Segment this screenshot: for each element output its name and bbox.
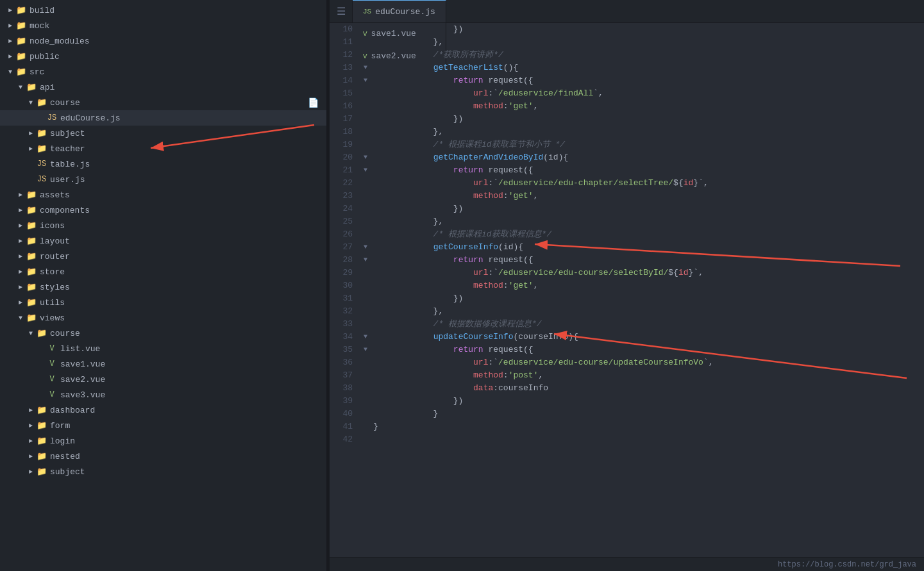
tree-arrow-public[interactable]: ► bbox=[5, 53, 15, 60]
tab-icon-eduCourse.js: JS bbox=[363, 8, 371, 15]
tree-arrow-api[interactable]: ▼ bbox=[15, 84, 26, 91]
tree-label-subject2: subject bbox=[50, 467, 85, 477]
sidebar-item-nested[interactable]: ►📁nested bbox=[0, 449, 326, 464]
sidebar-item-layout[interactable]: ►📁layout bbox=[0, 233, 326, 249]
tree-label-src: src bbox=[29, 67, 44, 77]
tree-arrow-styles[interactable]: ► bbox=[15, 284, 26, 291]
sidebar-item-form[interactable]: ►📁form bbox=[0, 418, 326, 433]
tree-arrow-icons[interactable]: ► bbox=[15, 222, 26, 229]
fold-icon-21[interactable]: ▼ bbox=[360, 164, 371, 177]
tree-arrow-assets[interactable]: ► bbox=[15, 192, 26, 199]
sidebar-item-api[interactable]: ▼📁api bbox=[0, 79, 326, 95]
fold-icon-20[interactable]: ▼ bbox=[360, 151, 371, 164]
hamburger-icon[interactable]: ☰ bbox=[330, 0, 353, 22]
tree-arrow-store[interactable]: ► bbox=[15, 269, 26, 276]
sidebar-item-public[interactable]: ►📁public bbox=[0, 49, 326, 64]
line-number-28: 28 bbox=[330, 254, 360, 267]
sidebar-item-src[interactable]: ▼📁src bbox=[0, 64, 326, 79]
folder-icon-api: 📁 bbox=[26, 82, 37, 92]
sidebar-item-save3[interactable]: Vsave3.vue bbox=[0, 387, 326, 402]
tree-label-store: store bbox=[40, 267, 65, 277]
tree-arrow-dashboard[interactable]: ► bbox=[26, 407, 36, 414]
sidebar-item-teacher[interactable]: ►📁teacher bbox=[0, 141, 326, 156]
status-bar: https://blog.csdn.net/grd_java bbox=[330, 557, 924, 571]
sidebar-item-table[interactable]: JStable.js bbox=[0, 156, 326, 172]
tree-arrow-subject2[interactable]: ► bbox=[26, 468, 36, 476]
tree-label-views: views bbox=[40, 313, 65, 323]
fold-icon-13[interactable]: ▼ bbox=[360, 62, 371, 74]
line-number-23: 23 bbox=[330, 190, 360, 203]
fold-icon-14[interactable]: ▼ bbox=[360, 74, 371, 87]
sidebar-item-views[interactable]: ▼📁views bbox=[0, 310, 326, 326]
sidebar-item-dashboard[interactable]: ►📁dashboard bbox=[0, 402, 326, 418]
sidebar-item-utils[interactable]: ►📁utils bbox=[0, 295, 326, 310]
tree-arrow-login[interactable]: ► bbox=[26, 438, 36, 445]
line-number-39: 39 bbox=[330, 395, 360, 408]
folder-icon-public: 📁 bbox=[15, 51, 27, 62]
code-line-39: 39 }) bbox=[330, 395, 924, 408]
tree-arrow-node_modules[interactable]: ► bbox=[5, 38, 15, 45]
tree-arrow-teacher[interactable]: ► bbox=[26, 145, 36, 153]
tree-arrow-layout[interactable]: ► bbox=[15, 238, 26, 245]
tree-arrow-views[interactable]: ▼ bbox=[15, 315, 26, 322]
js-file-icon-eduCourse: JS bbox=[46, 113, 58, 122]
tree-arrow-utils[interactable]: ► bbox=[15, 299, 26, 306]
folder-icon-build: 📁 bbox=[15, 5, 27, 15]
code-line-21: 21▼ return request({ bbox=[330, 164, 924, 177]
tree-arrow-course[interactable]: ▼ bbox=[26, 99, 36, 106]
sidebar-item-eduCourse[interactable]: JSeduCourse.js bbox=[0, 110, 326, 126]
tree-label-utils: utils bbox=[40, 298, 65, 308]
sidebar-item-login[interactable]: ►📁login bbox=[0, 433, 326, 449]
code-editor[interactable]: 10 })11 },12 /*获取所有讲师*/13▼ getTeacherLis… bbox=[330, 23, 924, 557]
sidebar-item-router[interactable]: ►📁router bbox=[0, 249, 326, 264]
sidebar-item-components[interactable]: ►📁components bbox=[0, 203, 326, 218]
code-content-38: data:courseInfo bbox=[371, 382, 548, 395]
sidebar-item-icons[interactable]: ►📁icons bbox=[0, 218, 326, 233]
sidebar-item-node_modules[interactable]: ►📁node_modules bbox=[0, 33, 326, 49]
vue-file-icon-list: V bbox=[46, 344, 58, 353]
folder-icon-store: 📁 bbox=[26, 267, 37, 277]
sidebar-item-save1[interactable]: Vsave1.vue bbox=[0, 356, 326, 372]
tree-arrow-course2[interactable]: ▼ bbox=[26, 330, 36, 337]
line-number-35: 35 bbox=[330, 343, 360, 356]
sidebar-item-assets[interactable]: ►📁assets bbox=[0, 187, 326, 203]
sidebar-item-mock[interactable]: ►📁mock bbox=[0, 18, 326, 33]
tree-arrow-router[interactable]: ► bbox=[15, 253, 26, 260]
code-content-19: /* 根据课程id获取章节和小节 */ bbox=[371, 138, 565, 151]
sidebar-item-styles[interactable]: ►📁styles bbox=[0, 279, 326, 295]
sidebar-item-course[interactable]: ▼📁course📄 bbox=[0, 95, 326, 110]
code-line-14: 14▼ return request({ bbox=[330, 74, 924, 87]
code-line-23: 23 method:'get', bbox=[330, 190, 924, 203]
tree-arrow-build[interactable]: ► bbox=[5, 7, 15, 14]
line-number-38: 38 bbox=[330, 382, 360, 395]
code-line-16: 16 method:'get', bbox=[330, 100, 924, 113]
sidebar-item-list[interactable]: Vlist.vue bbox=[0, 341, 326, 356]
tab-eduCourse-js[interactable]: JSeduCourse.js bbox=[353, 0, 446, 22]
fold-icon-28[interactable]: ▼ bbox=[360, 254, 371, 267]
tree-arrow-src[interactable]: ▼ bbox=[5, 69, 15, 76]
sidebar-item-save2[interactable]: Vsave2.vue bbox=[0, 372, 326, 387]
line-number-26: 26 bbox=[330, 228, 360, 241]
fold-icon-27[interactable]: ▼ bbox=[360, 241, 371, 254]
folder-icon-icons: 📁 bbox=[26, 220, 37, 231]
sidebar-item-build[interactable]: ►📁build bbox=[0, 3, 326, 18]
sidebar-item-user[interactable]: JSuser.js bbox=[0, 172, 326, 187]
sidebar-item-subject[interactable]: ►📁subject bbox=[0, 126, 326, 141]
code-lines: 10 })11 },12 /*获取所有讲师*/13▼ getTeacherLis… bbox=[330, 23, 924, 446]
line-number-30: 30 bbox=[330, 279, 360, 292]
vue-file-icon-save2: V bbox=[46, 375, 58, 384]
new-file-icon-course[interactable]: 📄 bbox=[308, 97, 324, 108]
fold-icon-34[interactable]: ▼ bbox=[360, 331, 371, 343]
tree-arrow-form[interactable]: ► bbox=[26, 422, 36, 429]
tree-arrow-components[interactable]: ► bbox=[15, 207, 26, 214]
fold-icon-35[interactable]: ▼ bbox=[360, 343, 371, 356]
tree-arrow-nested[interactable]: ► bbox=[26, 453, 36, 460]
file-explorer[interactable]: ►📁build►📁mock►📁node_modules►📁public▼📁src… bbox=[0, 0, 327, 571]
sidebar-item-course2[interactable]: ▼📁course bbox=[0, 326, 326, 341]
code-content-16: method:'get', bbox=[371, 100, 538, 113]
sidebar-item-subject2[interactable]: ►📁subject bbox=[0, 464, 326, 479]
sidebar-item-store[interactable]: ►📁store bbox=[0, 264, 326, 279]
tree-label-login: login bbox=[50, 436, 75, 446]
tree-arrow-mock[interactable]: ► bbox=[5, 22, 15, 29]
tree-arrow-subject[interactable]: ► bbox=[26, 130, 36, 137]
